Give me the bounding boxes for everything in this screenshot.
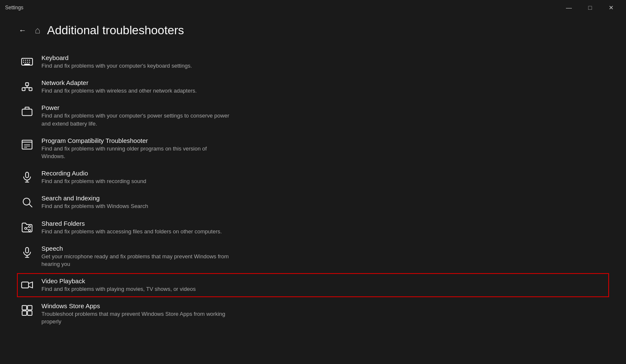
back-icon: ← [19,26,26,35]
svg-rect-39 [22,306,27,310]
title-bar: Settings — □ ✕ [0,0,626,15]
item-title-video-playback: Video Playback [41,277,196,285]
svg-rect-25 [26,172,29,178]
troubleshooter-item-keyboard[interactable]: KeyboardFind and fix problems with your … [17,50,609,74]
item-desc-program-compatibility: Find and fix problems with running older… [41,145,232,160]
svg-point-30 [29,225,31,227]
microphone-icon [20,170,34,184]
item-title-speech: Speech [41,245,232,252]
item-desc-network-adapter: Find and fix problems with wireless and … [41,87,197,95]
item-desc-video-playback: Find and fix problems with playing movie… [41,285,196,293]
troubleshooter-list: KeyboardFind and fix problems with your … [17,50,609,330]
svg-rect-12 [29,88,32,91]
troubleshooter-item-program-compatibility[interactable]: Program Compatibility TroubleshooterFind… [17,133,609,164]
svg-line-33 [27,227,29,227]
item-title-shared-folders: Shared Folders [41,220,222,227]
video-icon [20,278,34,292]
troubleshooter-item-power[interactable]: PowerFind and fix problems with your com… [17,100,609,131]
svg-rect-40 [27,306,32,310]
svg-rect-38 [22,282,28,288]
troubleshooter-item-search-indexing[interactable]: Search and IndexingFind and fix problems… [17,190,609,214]
item-title-keyboard: Keyboard [41,54,192,61]
item-desc-shared-folders: Find and fix problems with accessing fil… [41,228,222,235]
item-text-search-indexing: Search and IndexingFind and fix problems… [41,194,148,210]
troubleshooter-item-shared-folders[interactable]: Shared FoldersFind and fix problems with… [17,216,609,240]
page-title: Additional troubleshooters [47,24,184,37]
back-button[interactable]: ← [17,25,28,37]
svg-rect-41 [22,311,27,316]
troubleshooter-item-network-adapter[interactable]: Network AdapterFind and fix problems wit… [17,75,609,99]
item-desc-power: Find and fix problems with your computer… [41,112,232,127]
svg-line-34 [27,229,29,230]
item-title-search-indexing: Search and Indexing [41,194,148,202]
app-title: Settings [5,5,23,11]
search-icon [20,195,34,209]
network-icon [20,80,34,93]
item-text-network-adapter: Network AdapterFind and fix problems wit… [41,79,197,95]
svg-rect-11 [26,83,29,86]
item-title-recording-audio: Recording Audio [41,170,146,177]
close-button[interactable]: ✕ [601,2,621,14]
troubleshooter-item-recording-audio[interactable]: Recording AudioFind and fix problems wit… [17,165,609,189]
speech-icon [20,246,34,259]
item-text-program-compatibility: Program Compatibility TroubleshooterFind… [41,137,232,160]
page-header: ← ⌂ Additional troubleshooters [17,24,609,37]
item-text-recording-audio: Recording AudioFind and fix problems wit… [41,170,146,185]
item-desc-search-indexing: Find and fix problems with Windows Searc… [41,203,148,210]
svg-line-29 [29,205,32,207]
item-text-windows-store-apps: Windows Store AppsTroubleshoot problems … [41,302,232,326]
troubleshooter-item-speech[interactable]: SpeechGet your microphone ready and fix … [17,241,609,272]
item-desc-speech: Get your microphone ready and fix proble… [41,253,232,268]
item-text-video-playback: Video PlaybackFind and fix problems with… [41,277,196,293]
troubleshooter-item-video-playback[interactable]: Video PlaybackFind and fix problems with… [17,273,609,297]
home-icon: ⌂ [35,25,40,36]
title-bar-controls: — □ ✕ [559,2,621,14]
item-title-windows-store-apps: Windows Store Apps [41,302,232,309]
svg-rect-10 [22,88,25,91]
item-text-power: PowerFind and fix problems with your com… [41,104,232,127]
keyboard-icon [20,55,34,68]
svg-point-28 [23,198,30,205]
minimize-button[interactable]: — [559,2,579,14]
maximize-button[interactable]: □ [580,2,600,14]
content-area: ← ⌂ Additional troubleshooters KeyboardF… [0,15,626,339]
svg-rect-16 [22,109,32,116]
item-title-power: Power [41,104,232,111]
program-icon [20,138,34,151]
svg-point-32 [29,229,31,231]
item-text-speech: SpeechGet your microphone ready and fix … [41,245,232,268]
troubleshooter-item-windows-store-apps[interactable]: Windows Store AppsTroubleshoot problems … [17,298,609,330]
item-desc-keyboard: Find and fix problems with your computer… [41,62,192,70]
item-text-shared-folders: Shared FoldersFind and fix problems with… [41,220,222,235]
item-desc-recording-audio: Find and fix problems with recording sou… [41,178,146,185]
item-title-program-compatibility: Program Compatibility Troubleshooter [41,137,232,144]
title-bar-left: Settings [5,5,23,11]
item-desc-windows-store-apps: Troubleshoot problems that may prevent W… [41,310,232,326]
power-icon [20,105,34,118]
svg-rect-35 [26,247,29,253]
item-text-keyboard: KeyboardFind and fix problems with your … [41,54,192,70]
shared-folders-icon [20,221,34,234]
svg-rect-42 [27,311,32,316]
item-title-network-adapter: Network Adapter [41,79,197,86]
svg-point-31 [25,227,27,230]
store-icon [20,303,34,317]
